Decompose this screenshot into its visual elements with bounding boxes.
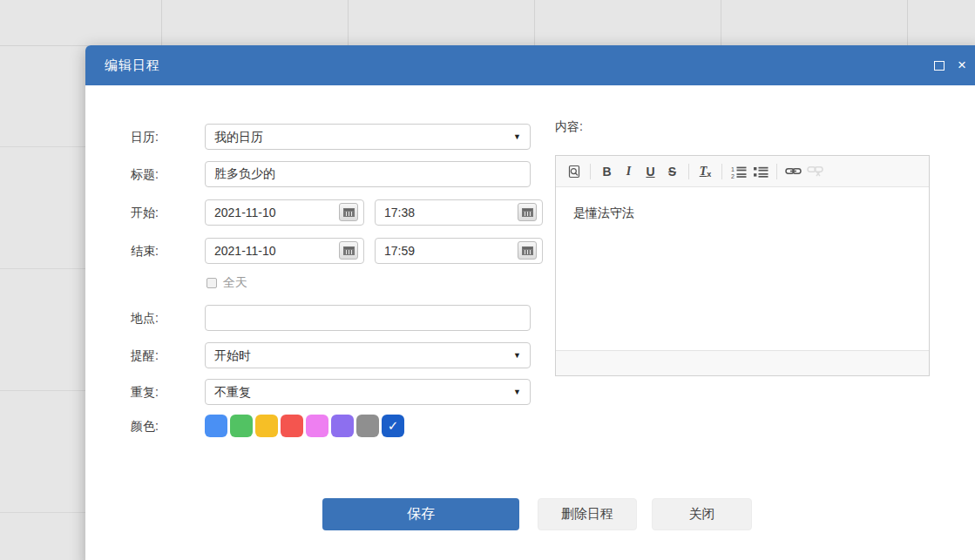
color-swatch[interactable] bbox=[205, 415, 227, 437]
color-swatch[interactable] bbox=[306, 415, 328, 437]
toolbar-separator bbox=[688, 164, 689, 179]
save-button[interactable]: 保存 bbox=[322, 498, 519, 530]
calendar-grid-icon bbox=[523, 247, 532, 254]
chevron-down-icon: ▼ bbox=[513, 132, 521, 141]
grid-line bbox=[0, 512, 85, 513]
end-time-picker-button[interactable] bbox=[518, 241, 537, 260]
all-day-label: 全天 bbox=[223, 275, 247, 291]
grid-line bbox=[0, 146, 85, 147]
color-label: 颜色: bbox=[131, 419, 159, 435]
grid-line bbox=[721, 0, 721, 46]
color-swatch-row: ✓ bbox=[205, 415, 407, 437]
end-label: 结束: bbox=[131, 244, 159, 260]
chevron-down-icon: ▼ bbox=[513, 388, 521, 396]
all-day-checkbox[interactable] bbox=[207, 278, 217, 288]
repeat-label: 重复: bbox=[131, 385, 159, 401]
unordered-list-icon[interactable] bbox=[749, 161, 771, 182]
grid-line bbox=[0, 390, 85, 391]
maximize-button[interactable] bbox=[932, 58, 946, 72]
svg-text:2: 2 bbox=[731, 172, 735, 179]
calendar-grid-icon bbox=[344, 209, 354, 216]
editor-text: 是懂法守法 bbox=[573, 206, 634, 219]
delete-event-button[interactable]: 删除日程 bbox=[538, 498, 637, 530]
strikethrough-icon[interactable]: S bbox=[661, 161, 683, 182]
start-time-picker-button[interactable] bbox=[518, 203, 537, 221]
toolbar-separator bbox=[721, 164, 722, 179]
maximize-icon bbox=[934, 61, 945, 71]
calendar-grid-icon bbox=[344, 247, 354, 254]
dialog-titlebar: 编辑日程 × bbox=[85, 45, 975, 85]
location-label: 地点: bbox=[131, 311, 159, 327]
color-swatch[interactable] bbox=[255, 415, 278, 437]
reminder-select-value: 开始时 bbox=[214, 348, 251, 364]
bold-icon[interactable]: B bbox=[596, 161, 618, 182]
close-dialog-button[interactable]: 关闭 bbox=[652, 498, 752, 530]
title-input[interactable] bbox=[205, 161, 531, 187]
color-swatch[interactable] bbox=[331, 415, 354, 437]
edit-event-dialog: 编辑日程 × 日历: 我的日历 ▼ 标题: 开始: 结束: 全天 地点: 提醒: bbox=[85, 45, 975, 560]
underline-icon[interactable]: U bbox=[640, 161, 661, 182]
grid-line bbox=[348, 0, 349, 46]
editor-statusbar bbox=[556, 350, 929, 375]
ordered-list-icon[interactable]: 12 bbox=[728, 161, 749, 182]
italic-icon[interactable]: I bbox=[618, 161, 640, 182]
editor-body[interactable]: 是懂法守法 bbox=[556, 187, 929, 350]
dialog-title: 编辑日程 bbox=[105, 57, 160, 74]
content-label: 内容: bbox=[555, 119, 583, 135]
grid-line bbox=[0, 268, 85, 269]
color-swatch[interactable] bbox=[281, 415, 303, 437]
save-button-label: 保存 bbox=[407, 505, 435, 523]
editor-toolbar: BIUSTx12 bbox=[556, 156, 929, 187]
end-date-picker-button[interactable] bbox=[339, 241, 358, 260]
delete-button-label: 删除日程 bbox=[561, 506, 613, 523]
toolbar-separator bbox=[590, 164, 591, 179]
reminder-label: 提醒: bbox=[131, 348, 159, 364]
location-input[interactable] bbox=[205, 305, 531, 331]
close-button-label: 关闭 bbox=[689, 506, 715, 523]
start-label: 开始: bbox=[131, 206, 159, 221]
unlink-icon bbox=[804, 161, 826, 182]
chevron-down-icon: ▼ bbox=[513, 351, 521, 360]
calendar-select-value: 我的日历 bbox=[214, 130, 263, 145]
link-icon[interactable] bbox=[782, 161, 804, 182]
remove-format-icon[interactable]: Tx bbox=[694, 161, 716, 182]
repeat-select-value: 不重复 bbox=[214, 385, 251, 401]
start-date-picker-button[interactable] bbox=[339, 203, 358, 221]
color-swatch[interactable] bbox=[356, 415, 379, 437]
close-icon: × bbox=[958, 58, 966, 72]
svg-text:1: 1 bbox=[731, 165, 735, 172]
close-button[interactable]: × bbox=[955, 58, 969, 72]
calendar-select[interactable]: 我的日历 ▼ bbox=[205, 124, 531, 150]
calendar-label: 日历: bbox=[131, 130, 159, 145]
grid-line bbox=[907, 0, 908, 46]
calendar-grid-icon bbox=[523, 209, 532, 216]
grid-line bbox=[534, 0, 535, 46]
color-swatch[interactable] bbox=[230, 415, 253, 437]
preview-icon[interactable] bbox=[563, 161, 585, 182]
color-swatch-selected[interactable]: ✓ bbox=[382, 415, 404, 437]
content-editor: BIUSTx12 是懂法守法 bbox=[555, 155, 930, 376]
repeat-select[interactable]: 不重复 ▼ bbox=[205, 379, 531, 405]
toolbar-separator bbox=[776, 164, 777, 179]
reminder-select[interactable]: 开始时 ▼ bbox=[205, 342, 531, 368]
grid-line bbox=[161, 0, 162, 46]
title-label: 标题: bbox=[131, 167, 159, 183]
